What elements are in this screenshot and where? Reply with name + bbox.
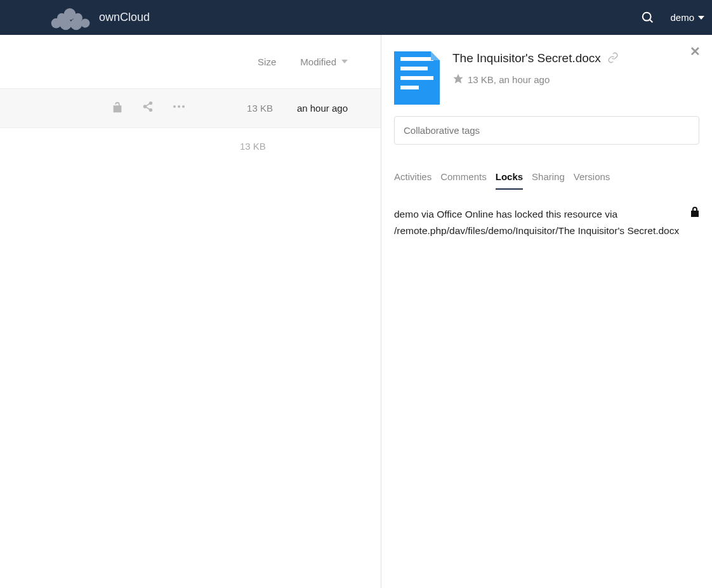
file-meta-text: 13 KB, an hour ago	[468, 74, 550, 85]
svg-marker-10	[341, 60, 348, 63]
file-row-actions	[112, 101, 185, 115]
svg-point-3	[51, 18, 62, 28]
tab-sharing[interactable]: Sharing	[532, 171, 565, 190]
lock-message: demo via Office Online has locked this r…	[394, 206, 682, 240]
permalink-icon[interactable]	[607, 52, 619, 65]
more-icon[interactable]	[173, 101, 185, 115]
details-pane: ✕ The Inquisitor's Secret.docx	[381, 35, 712, 588]
tab-comments[interactable]: Comments	[440, 171, 487, 190]
lock-icon[interactable]	[690, 206, 699, 219]
search-icon[interactable]	[641, 11, 655, 25]
lock-entry: demo via Office Online has locked this r…	[394, 206, 699, 240]
caret-down-icon	[698, 15, 704, 21]
summary-size: 13 KB	[0, 141, 348, 152]
svg-point-6	[81, 18, 89, 27]
top-bar: ownCloud demo	[0, 0, 712, 35]
detail-tabs: Activities Comments Locks Sharing Versio…	[394, 171, 699, 190]
header-modified-label: Modified	[300, 56, 336, 67]
header-size[interactable]: Size	[258, 56, 276, 67]
file-row[interactable]: 13 KB an hour ago	[0, 89, 381, 128]
owncloud-logo	[47, 5, 93, 30]
document-thumbnail	[394, 51, 440, 105]
logo-area[interactable]: ownCloud	[0, 5, 150, 30]
file-list-header: Size Modified	[0, 35, 381, 89]
svg-point-16	[182, 105, 185, 108]
main-area: Size Modified 13 KB an hour ago	[0, 35, 712, 588]
file-list-pane: Size Modified 13 KB an hour ago	[0, 35, 381, 588]
star-icon[interactable]	[452, 73, 464, 86]
svg-point-7	[643, 12, 651, 20]
svg-point-4	[60, 18, 72, 30]
file-meta: 13 KB, an hour ago	[452, 73, 619, 86]
file-name: The Inquisitor's Secret.docx	[452, 51, 601, 65]
file-modified: an hour ago	[297, 103, 348, 114]
detail-header: The Inquisitor's Secret.docx 13 KB, an h…	[394, 48, 699, 105]
svg-line-8	[650, 19, 653, 22]
user-name: demo	[670, 12, 694, 23]
user-menu[interactable]: demo	[670, 12, 704, 23]
svg-point-14	[173, 105, 176, 108]
tab-locks[interactable]: Locks	[496, 171, 523, 190]
tab-activities[interactable]: Activities	[394, 171, 432, 190]
brand-name: ownCloud	[99, 11, 150, 24]
share-icon[interactable]	[142, 101, 154, 115]
svg-marker-9	[698, 16, 704, 20]
svg-point-5	[70, 18, 82, 30]
top-right-controls: demo	[641, 11, 704, 25]
tags-input[interactable]	[394, 116, 699, 145]
file-size: 13 KB	[247, 103, 273, 114]
close-icon[interactable]: ✕	[690, 44, 701, 59]
header-modified[interactable]: Modified	[300, 56, 348, 67]
list-summary: 13 KB	[0, 128, 381, 152]
sort-caret-icon	[341, 58, 348, 65]
svg-marker-17	[454, 74, 463, 84]
svg-point-15	[178, 105, 180, 108]
tab-versions[interactable]: Versions	[574, 171, 610, 190]
lock-open-icon[interactable]	[112, 101, 123, 115]
